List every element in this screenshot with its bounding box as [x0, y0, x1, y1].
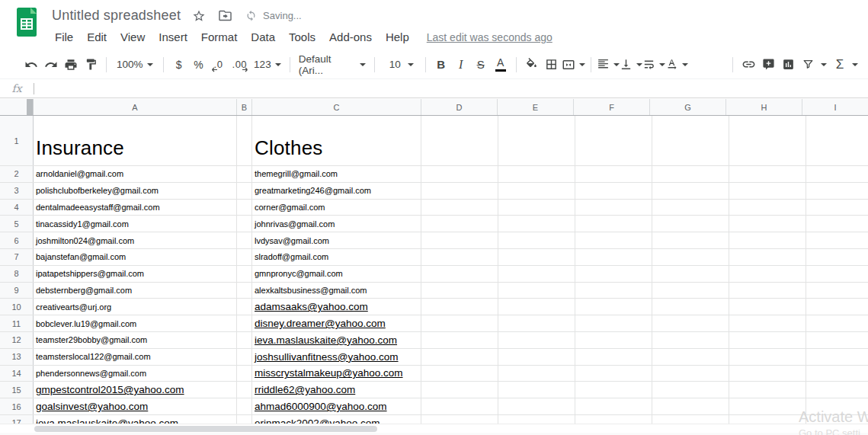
- borders-button[interactable]: [542, 55, 562, 75]
- fill-color-button[interactable]: [522, 55, 542, 75]
- cell-a10[interactable]: creativearts@urj.org: [34, 299, 237, 315]
- cell-c4[interactable]: corner@gmail.com: [252, 200, 421, 216]
- menu-view[interactable]: View: [114, 29, 152, 45]
- empty-cells[interactable]: [421, 349, 868, 365]
- cell-a9[interactable]: debsternberg@gmail.com: [34, 283, 237, 299]
- column-header-a[interactable]: A: [34, 99, 237, 115]
- empty-cells[interactable]: [421, 116, 868, 165]
- cell-c11[interactable]: disney.dreamer@yahoo.com: [252, 315, 421, 331]
- empty-cells[interactable]: [421, 183, 868, 199]
- zoom-dropdown[interactable]: 100%: [114, 55, 156, 75]
- cell-b11[interactable]: [237, 315, 252, 331]
- column-header-f[interactable]: F: [574, 99, 650, 115]
- cell-b15[interactable]: [237, 382, 252, 398]
- cell-c16[interactable]: ahmad6000900@yahoo.com: [252, 398, 421, 414]
- cell-a13[interactable]: teamsterslocal122@gmail.com: [34, 349, 237, 365]
- horizontal-align-button[interactable]: [597, 55, 620, 75]
- empty-cells[interactable]: [421, 382, 868, 398]
- italic-button[interactable]: I: [451, 55, 471, 75]
- row-number[interactable]: 3: [0, 183, 34, 199]
- strikethrough-button[interactable]: S: [471, 55, 491, 75]
- undo-button[interactable]: [21, 55, 41, 75]
- cell-b5[interactable]: [237, 216, 252, 232]
- more-formats-button[interactable]: 123: [251, 55, 284, 75]
- functions-button[interactable]: Σ: [830, 55, 850, 75]
- cell-c12[interactable]: ieva.maslauskaite@yahoo.com: [252, 332, 421, 348]
- insert-link-button[interactable]: [738, 55, 758, 75]
- row-number[interactable]: 12: [0, 332, 34, 348]
- currency-format-button[interactable]: $: [169, 55, 189, 75]
- column-header-h[interactable]: H: [726, 99, 802, 115]
- menu-file[interactable]: File: [48, 29, 80, 45]
- insert-chart-button[interactable]: [778, 55, 798, 75]
- menu-tools[interactable]: Tools: [282, 29, 322, 45]
- document-title[interactable]: Untitled spreadsheet: [52, 8, 181, 24]
- empty-cells[interactable]: [421, 299, 868, 315]
- star-icon[interactable]: [191, 8, 207, 24]
- cell-b4[interactable]: [237, 200, 252, 216]
- row-number[interactable]: 15: [0, 382, 34, 398]
- redo-button[interactable]: [41, 55, 61, 75]
- cell-b16[interactable]: [237, 398, 252, 414]
- text-rotation-button[interactable]: [665, 55, 688, 75]
- cell-a1[interactable]: Insurance: [34, 116, 237, 165]
- row-number[interactable]: 8: [0, 266, 34, 282]
- cell-a2[interactable]: arnoldaniel@gmail.com: [34, 166, 237, 182]
- horizontal-scrollbar[interactable]: [0, 424, 868, 433]
- row-number[interactable]: 4: [0, 200, 34, 216]
- cell-c6[interactable]: lvdysav@gmail.com: [252, 232, 421, 248]
- cell-b14[interactable]: [237, 366, 252, 382]
- insert-comment-button[interactable]: [758, 55, 778, 75]
- move-to-folder-icon[interactable]: [217, 8, 232, 24]
- cell-b9[interactable]: [237, 283, 252, 299]
- cell-b2[interactable]: [237, 166, 252, 182]
- menu-insert[interactable]: Insert: [152, 29, 194, 45]
- cell-b13[interactable]: [237, 349, 252, 365]
- menu-edit[interactable]: Edit: [80, 29, 114, 45]
- row-number[interactable]: 9: [0, 283, 34, 299]
- empty-cells[interactable]: [421, 398, 868, 414]
- menu-format[interactable]: Format: [194, 29, 245, 45]
- cell-c2[interactable]: themegrill@gmail.com: [252, 166, 421, 182]
- menu-data[interactable]: Data: [244, 29, 282, 45]
- row-number[interactable]: 7: [0, 249, 34, 265]
- cell-c15[interactable]: rriddle62@yahoo.com: [252, 382, 421, 398]
- cell-a15[interactable]: gmpestcontrol2015@yahoo.com: [34, 382, 237, 398]
- row-number[interactable]: 14: [0, 366, 34, 382]
- cell-a16[interactable]: goalsinvest@yahoo.com: [34, 398, 237, 414]
- column-header-b[interactable]: B: [237, 99, 252, 115]
- cell-a14[interactable]: phendersonnews@gmail.com: [34, 366, 237, 382]
- column-header-d[interactable]: D: [421, 99, 498, 115]
- cell-c10[interactable]: adamsaaks@yahoo.com: [252, 299, 421, 315]
- select-all-corner[interactable]: [0, 99, 34, 115]
- column-header-c[interactable]: C: [252, 99, 421, 115]
- functions-dropdown[interactable]: [850, 55, 860, 75]
- column-header-g[interactable]: G: [650, 99, 726, 115]
- row-number[interactable]: 6: [0, 232, 34, 248]
- empty-cells[interactable]: [421, 166, 868, 182]
- cell-c14[interactable]: misscrystalmakeup@yahoo.com: [252, 366, 421, 382]
- empty-cells[interactable]: [421, 366, 868, 382]
- cell-b12[interactable]: [237, 332, 252, 348]
- cell-a5[interactable]: tinacassidy1@gmail.com: [34, 216, 237, 232]
- empty-cells[interactable]: [421, 315, 868, 331]
- cell-a8[interactable]: ipatapetshippers@gmail.com: [34, 266, 237, 282]
- empty-cells[interactable]: [421, 232, 868, 248]
- paint-format-button[interactable]: [81, 55, 101, 75]
- increase-decimal-button[interactable]: .00: [229, 55, 251, 75]
- cell-b7[interactable]: [237, 249, 252, 265]
- cell-c3[interactable]: greatmarketing246@gmail.com: [252, 183, 421, 199]
- empty-cells[interactable]: [421, 266, 868, 282]
- last-edit-link[interactable]: Last edit was seconds ago: [427, 31, 553, 43]
- cell-b8[interactable]: [237, 266, 252, 282]
- print-button[interactable]: [61, 55, 81, 75]
- column-header-i[interactable]: I: [802, 99, 868, 115]
- cell-c1[interactable]: Clothes: [252, 116, 421, 165]
- sheets-logo-icon[interactable]: [16, 7, 37, 37]
- cell-a12[interactable]: teamster29bobby@gmail.com: [34, 332, 237, 348]
- cell-c8[interactable]: gmnpronyc@gmail.com: [252, 266, 421, 282]
- empty-cells[interactable]: [421, 332, 868, 348]
- text-color-button[interactable]: A: [491, 55, 511, 75]
- empty-cells[interactable]: [421, 249, 868, 265]
- row-number[interactable]: 13: [0, 349, 34, 365]
